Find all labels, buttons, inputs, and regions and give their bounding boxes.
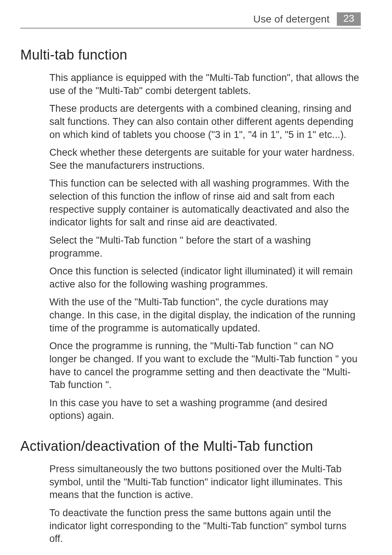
section-heading-multitab: Multi-tab function [20,47,361,63]
body-paragraph: These products are detergents with a com… [49,102,359,141]
section-heading-activation: Activation/deactivation of the Multi-Tab… [20,438,361,454]
body-paragraph: This appliance is equipped with the "Mul… [49,72,359,97]
body-paragraph: Once the programme is running, the "Mult… [49,340,359,392]
body-paragraph: To deactivate the function press the sam… [49,507,359,546]
body-paragraph: Press simultaneously the two buttons pos… [49,463,359,502]
header-section-title: Use of detergent [253,13,330,25]
body-paragraph: Check whether these detergents are suita… [49,146,359,172]
body-paragraph: This function can be selected with all w… [49,177,359,229]
page-header: Use of detergent 23 [20,12,361,28]
page-container: Use of detergent 23 Multi-tab function T… [0,0,392,546]
body-paragraph: Select the "Multi-Tab function " before … [49,234,359,260]
section2-body: Press simultaneously the two buttons pos… [20,463,361,546]
section-spacer [20,428,361,438]
body-paragraph: Once this function is selected (indicato… [49,265,359,291]
page-number: 23 [337,12,361,26]
section1-body: This appliance is equipped with the "Mul… [20,72,361,423]
body-paragraph: With the use of the "Multi-Tab function"… [49,296,359,335]
body-paragraph: In this case you have to set a washing p… [49,397,359,423]
